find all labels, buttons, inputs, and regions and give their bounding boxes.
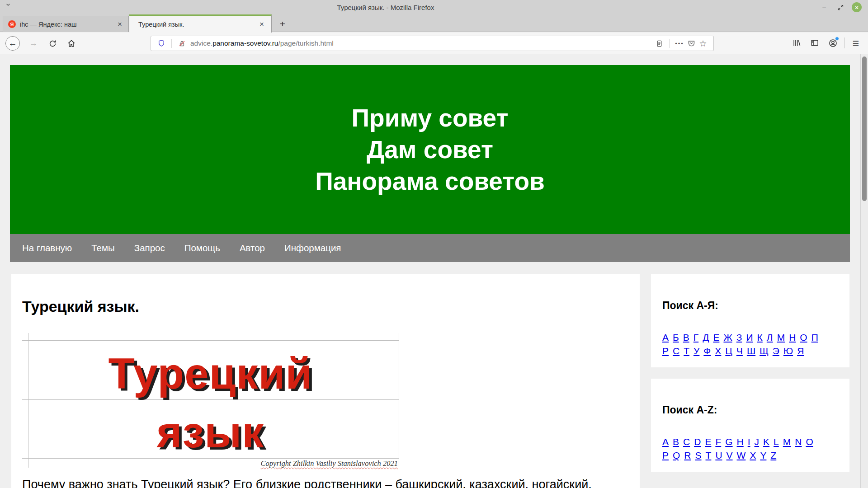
tab-bar: Я ihc — Яндекс: наш × Турецкий язык. × + (0, 14, 868, 32)
reader-mode-icon[interactable] (653, 38, 665, 49)
letter-link[interactable]: X (750, 449, 756, 462)
letter-link[interactable]: K (763, 435, 769, 449)
letter-link[interactable]: Г (693, 331, 698, 344)
window-titlebar: Турецкий язык. - Mozilla Firefox − × (0, 0, 868, 14)
letter-link[interactable]: N (795, 435, 802, 449)
letter-link[interactable]: C (683, 435, 690, 449)
menu-item[interactable]: Запрос (134, 243, 165, 253)
reload-icon[interactable] (45, 36, 60, 51)
page-actions-icon[interactable]: ••• (674, 38, 685, 49)
letter-link[interactable]: А (662, 331, 669, 344)
letter-link[interactable]: B (673, 435, 679, 449)
bookmark-star-icon[interactable]: ☆ (697, 38, 709, 49)
app-menu-icon[interactable]: ≡ (849, 36, 863, 50)
sidebar-search-cyrillic: Поиск А-Я: АБВГДЕЖЗИКЛМНОП РСТУФХЦЧШЩЭЮЯ (651, 274, 849, 367)
letter-link[interactable]: D (694, 435, 701, 449)
letter-link[interactable]: Т (684, 344, 689, 358)
back-button[interactable]: ← (5, 36, 20, 51)
letter-link[interactable]: Н (789, 331, 796, 344)
letter-link[interactable]: G (725, 435, 732, 449)
letter-link[interactable]: Э (773, 344, 779, 358)
url-path: /page/turkish.html (278, 39, 333, 47)
url-domain: panorama-sovetov.ru (212, 39, 278, 47)
url-bar[interactable]: advice.panorama-sovetov.ru/page/turkish.… (151, 36, 714, 51)
menu-item[interactable]: На главную (22, 243, 72, 253)
home-icon[interactable] (64, 36, 79, 51)
letter-row: PQRSTUVWXYZ (662, 449, 845, 462)
letter-link[interactable]: T (706, 449, 712, 462)
restore-button[interactable] (835, 2, 845, 12)
letter-link[interactable]: Ц (725, 344, 732, 358)
menu-item[interactable]: Темы (91, 243, 115, 253)
letter-link[interactable]: З (736, 331, 742, 344)
letter-link[interactable]: П (811, 331, 818, 344)
tracking-shield-icon[interactable] (156, 38, 167, 49)
letter-link[interactable]: S (695, 449, 702, 462)
tab-yandex[interactable]: Я ihc — Яндекс: наш × (3, 16, 129, 32)
forward-button: → (26, 36, 41, 51)
image-copyright: Copyright Zhilkin Vasiliy Stanislavovich… (261, 459, 398, 468)
letter-link[interactable]: Ч (736, 344, 743, 358)
letter-link[interactable]: Y (760, 449, 766, 462)
letter-link[interactable]: С (673, 344, 679, 358)
tab-close-icon[interactable]: × (115, 19, 125, 29)
letter-link[interactable]: У (693, 344, 699, 358)
close-button[interactable]: × (852, 2, 862, 12)
letter-link[interactable]: К (757, 331, 763, 344)
letter-link[interactable]: Д (703, 331, 709, 344)
letter-link[interactable]: O (806, 435, 813, 449)
letter-link[interactable]: О (800, 331, 807, 344)
scrollbar-thumb[interactable] (862, 56, 867, 201)
letter-link[interactable]: Л (767, 331, 773, 344)
toolbar-separator (844, 38, 844, 48)
letter-link[interactable]: Я (797, 344, 804, 358)
letter-link[interactable]: P (662, 449, 669, 462)
letter-link[interactable]: Ф (703, 344, 711, 358)
letter-link[interactable]: Е (713, 331, 719, 344)
letter-link[interactable]: Z (770, 449, 776, 462)
letter-link[interactable]: M (783, 435, 791, 449)
urlbar-separator (669, 39, 670, 48)
toolbar-right-icons: ≡ (790, 36, 863, 50)
letter-link[interactable]: Ю (783, 344, 793, 358)
page-scrollbar[interactable] (860, 54, 868, 488)
menu-item[interactable]: Автор (240, 243, 265, 253)
menu-item[interactable]: Помощь (184, 243, 220, 253)
insecure-lock-icon[interactable] (176, 38, 188, 49)
letter-link[interactable]: V (726, 449, 733, 462)
letter-link[interactable]: H (737, 435, 744, 449)
letter-link[interactable]: Щ (760, 344, 769, 358)
letter-links: АБВГДЕЖЗИКЛМНОП РСТУФХЦЧШЩЭЮЯ (651, 312, 849, 358)
pocket-icon[interactable] (685, 38, 697, 49)
letter-link[interactable]: В (683, 331, 689, 344)
menu-item[interactable]: Информация (284, 243, 341, 253)
letter-link[interactable]: Ж (723, 331, 732, 344)
sidebar-toggle-icon[interactable] (808, 36, 821, 50)
letter-link[interactable]: I (748, 435, 750, 449)
window-controls: − × (819, 2, 862, 12)
account-icon[interactable] (826, 36, 840, 50)
minimize-button[interactable]: − (819, 2, 829, 12)
letter-link[interactable]: R (684, 449, 691, 462)
letter-link[interactable]: L (774, 435, 779, 449)
site-banner: Приму советДам советПанорама советов (10, 65, 850, 234)
letter-link[interactable]: Ш (747, 344, 755, 358)
letter-link[interactable]: F (715, 435, 721, 449)
letter-link[interactable]: E (705, 435, 711, 449)
tab-close-icon[interactable]: × (257, 19, 267, 29)
letter-link[interactable]: Р (662, 344, 669, 358)
letter-link[interactable]: Х (715, 344, 721, 358)
library-icon[interactable] (790, 36, 803, 50)
letter-link[interactable]: J (755, 435, 760, 449)
tab-turkish-active[interactable]: Турецкий язык. × (129, 14, 272, 33)
letter-link[interactable]: U (715, 449, 722, 462)
sidebar-search-latin: Поиск A-Z: ABCDEFGHIJKLMNO PQRSTUVWXYZ (651, 379, 849, 472)
letter-link[interactable]: И (746, 331, 753, 344)
letter-link[interactable]: W (737, 449, 746, 462)
letter-link[interactable]: Б (673, 331, 679, 344)
tab-title: Турецкий язык. (138, 21, 257, 28)
new-tab-button[interactable]: + (277, 18, 288, 30)
letter-link[interactable]: Q (673, 449, 680, 462)
letter-link[interactable]: М (777, 331, 785, 344)
letter-link[interactable]: A (662, 435, 669, 449)
